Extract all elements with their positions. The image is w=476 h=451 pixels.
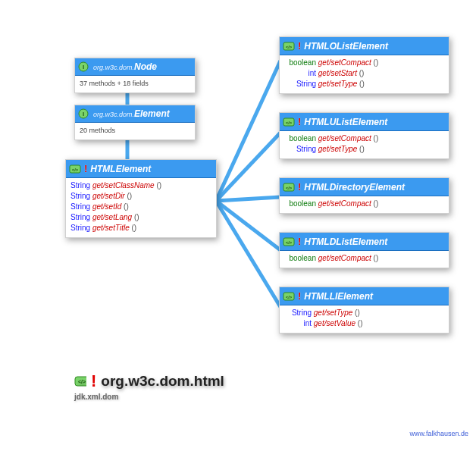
- class-dlist-element[interactable]: </> ! HTMLDListElement boolean get/setCo…: [279, 232, 449, 268]
- svg-line-5: [216, 201, 280, 250]
- method-row: boolean get/setCompact (): [284, 133, 444, 144]
- class-li-element[interactable]: </> ! HTMLLIElement String get/setType (…: [279, 287, 449, 334]
- method-row: String get/setType (): [284, 308, 444, 318]
- svg-text:I: I: [83, 64, 84, 70]
- method-params: (): [156, 181, 161, 189]
- method-return-type: boolean: [284, 58, 316, 68]
- method-params: (): [124, 202, 129, 211]
- method-row: String get/setDir (): [70, 191, 211, 202]
- method-params: (): [374, 134, 379, 143]
- method-row: String get/setType (): [284, 79, 444, 89]
- class-node-header: I org.w3c.dom.Node: [75, 58, 195, 76]
- svg-text:</>: </>: [78, 379, 86, 384]
- method-return-type: String: [70, 202, 90, 212]
- class-html-element-methods: String get/setClassName ()String get/set…: [66, 178, 216, 237]
- html-interface-icon: </>: [74, 376, 86, 387]
- method-row: String get/setType (): [284, 144, 444, 155]
- method-return-type: String: [284, 308, 312, 318]
- method-return-type: boolean: [284, 199, 316, 209]
- method-name: get/setClassName: [92, 181, 155, 189]
- class-li-header: </> ! HTMLLIElement: [280, 287, 449, 305]
- svg-line-6: [216, 201, 280, 307]
- class-element-pkg: org.w3c.dom.: [93, 111, 134, 118]
- method-params: (): [374, 199, 379, 208]
- class-ulist-name: HTMLUListElement: [304, 117, 387, 127]
- method-params: (): [359, 80, 365, 88]
- footer-link[interactable]: www.falkhausen.de: [409, 430, 468, 437]
- svg-line-2: [216, 61, 280, 201]
- method-return-type: int: [284, 318, 312, 329]
- class-element-summary: 20 methods: [75, 123, 195, 139]
- class-olist-name: HTMLOListElement: [304, 41, 388, 52]
- class-olist-header: </> ! HTMLOListElement: [280, 37, 449, 55]
- class-node-name: Node: [134, 61, 157, 72]
- method-name: get/setDir: [92, 192, 125, 200]
- html-interface-icon: </>: [283, 182, 295, 193]
- method-params: (): [358, 319, 363, 327]
- method-name: get/setStart: [318, 69, 357, 77]
- method-row: String get/setClassName (): [70, 180, 211, 191]
- method-params: (): [127, 192, 132, 200]
- svg-text:</>: </>: [286, 121, 293, 125]
- html-interface-icon: </>: [283, 236, 295, 247]
- class-html-element[interactable]: </> ! HTMLElement String get/setClassNam…: [65, 159, 217, 238]
- method-params: (): [355, 308, 360, 317]
- class-directory-name: HTMLDirectoryElement: [304, 182, 405, 193]
- deprecated-icon: !: [298, 40, 301, 52]
- class-olist-element[interactable]: </> ! HTMLOListElement boolean get/setCo…: [279, 36, 449, 94]
- method-row: int get/setStart (): [284, 68, 444, 79]
- svg-line-3: [216, 133, 280, 201]
- class-html-element-name: HTMLElement: [90, 164, 151, 174]
- class-ulist-element[interactable]: </> ! HTMLUListElement boolean get/setCo…: [279, 112, 449, 159]
- html-interface-icon: </>: [283, 291, 295, 302]
- deprecated-icon: !: [91, 371, 96, 391]
- method-return-type: String: [284, 144, 316, 155]
- method-params: (): [374, 58, 379, 67]
- html-interface-icon: </>: [283, 117, 295, 127]
- method-return-type: String: [70, 180, 90, 191]
- method-params: (): [359, 145, 365, 153]
- method-name: get/setType: [318, 145, 358, 153]
- class-dlist-header: </> ! HTMLDListElement: [280, 233, 449, 251]
- method-name: get/setCompact: [318, 134, 371, 143]
- method-name: get/setId: [92, 202, 121, 211]
- class-node[interactable]: I org.w3c.dom.Node 37 methods + 18 field…: [74, 58, 196, 93]
- interface-icon: I: [78, 108, 90, 119]
- method-name: get/setCompact: [318, 58, 371, 67]
- deprecated-icon: !: [298, 236, 301, 247]
- method-name: get/setType: [318, 80, 358, 88]
- class-directory-header: </> ! HTMLDirectoryElement: [280, 178, 449, 196]
- interface-icon: I: [78, 61, 90, 72]
- method-name: get/setCompact: [318, 254, 371, 262]
- method-return-type: boolean: [284, 253, 316, 264]
- class-ulist-methods: boolean get/setCompact ()String get/setT…: [280, 131, 449, 158]
- class-node-pkg: org.w3c.dom.: [93, 64, 134, 71]
- method-name: get/setTitle: [92, 224, 130, 232]
- diagram-title: </> ! org.w3c.dom.html jdk.xml.dom: [74, 371, 224, 401]
- class-element[interactable]: I org.w3c.dom.Element 20 methods: [74, 105, 196, 140]
- method-name: get/setValue: [314, 319, 355, 327]
- method-params: (): [374, 254, 379, 262]
- deprecated-icon: !: [298, 290, 301, 302]
- class-li-methods: String get/setType ()int get/setValue (): [280, 305, 449, 333]
- diagram-title-text: org.w3c.dom.html: [101, 373, 224, 390]
- class-element-name: Element: [134, 108, 170, 119]
- method-return-type: String: [70, 191, 90, 202]
- class-ulist-header: </> ! HTMLUListElement: [280, 113, 449, 131]
- class-directory-methods: boolean get/setCompact (): [280, 196, 449, 213]
- class-html-element-header: </> ! HTMLElement: [66, 160, 216, 178]
- method-row: boolean get/setCompact (): [284, 253, 444, 264]
- method-row: int get/setValue (): [284, 318, 444, 329]
- method-row: String get/setTitle (): [70, 223, 211, 233]
- deprecated-icon: !: [298, 181, 301, 193]
- class-directory-element[interactable]: </> ! HTMLDirectoryElement boolean get/s…: [279, 177, 449, 214]
- svg-text:</>: </>: [286, 186, 293, 190]
- method-row: String get/setId (): [70, 202, 211, 212]
- method-return-type: String: [284, 79, 316, 89]
- method-return-type: boolean: [284, 133, 316, 144]
- method-params: (): [134, 213, 139, 221]
- svg-line-4: [216, 197, 280, 201]
- method-name: get/setType: [314, 308, 353, 317]
- class-olist-methods: boolean get/setCompact ()int get/setStar…: [280, 55, 449, 93]
- method-name: get/setLang: [92, 213, 132, 221]
